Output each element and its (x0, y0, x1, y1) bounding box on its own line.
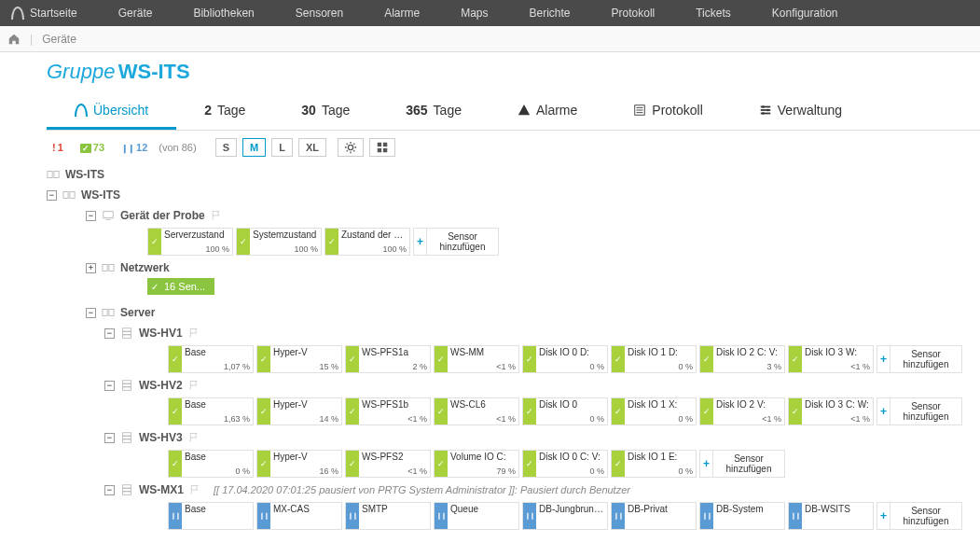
stat-ok[interactable]: 73 (75, 140, 110, 155)
nav-geraete[interactable]: Geräte (98, 7, 173, 20)
size-m-button[interactable]: M (242, 138, 266, 157)
sensor-name: DB-System (716, 504, 781, 514)
svg-rect-35 (123, 488, 131, 492)
sensor-tile[interactable]: Disk IO 2 C: V:3 % (699, 345, 785, 373)
size-xl-button[interactable]: XL (298, 138, 326, 157)
sensor-tile[interactable]: Hyper-V15 % (256, 345, 342, 373)
settings-button[interactable] (338, 138, 364, 157)
checkmark-icon (169, 346, 182, 372)
sensor-tile[interactable]: DB-System (699, 502, 785, 530)
add-sensor-button[interactable]: Sensorhinzufügen (876, 397, 962, 425)
collapse-icon[interactable]: − (47, 190, 57, 201)
sensor-tile[interactable]: Hyper-V16 % (256, 450, 342, 478)
flag-icon[interactable] (188, 380, 200, 391)
sensor-tile[interactable]: WS-PFS1a2 % (345, 345, 431, 373)
flag-icon[interactable] (188, 327, 200, 339)
sensor-tile[interactable]: Disk IO 0 D:0 % (522, 345, 608, 373)
breadcrumb-geraete[interactable]: Geräte (42, 33, 76, 46)
collapse-icon[interactable]: − (104, 485, 115, 495)
sensor-tile[interactable]: Hyper-V14 % (256, 397, 342, 425)
add-sensor-button[interactable]: Sensorhinzufügen (876, 502, 962, 530)
sensor-tile[interactable]: Disk IO 2 V:<1 % (699, 397, 785, 425)
device-probe[interactable]: − Gerät der Probe (47, 205, 980, 226)
device-ws-mx1[interactable]: − WS-MX1 [[ 17.04.2020 07:01:25 pausiert… (47, 480, 980, 500)
sensor-tile[interactable]: SMTP (345, 502, 431, 530)
collapse-icon[interactable]: − (104, 433, 115, 443)
add-sensor-button[interactable]: Sensorhinzufügen (699, 450, 785, 478)
sensor-tile[interactable]: WS-PFS1b<1 % (345, 397, 431, 425)
device-ws-hv2[interactable]: − WS-HV2 (47, 375, 980, 396)
sensor-name: Base (185, 399, 250, 410)
sensor-name: Disk IO 0 D: (539, 347, 604, 357)
sensor-tile[interactable]: Queue (434, 502, 519, 530)
grid-view-button[interactable] (369, 138, 395, 157)
tab-alarme[interactable]: Alarme (490, 95, 605, 130)
sensor-tile[interactable]: Zustand der Pr...100 % (324, 228, 410, 256)
flag-icon[interactable] (189, 484, 200, 495)
checkmark-icon (325, 229, 338, 255)
add-sensor-button[interactable]: Sensorhinzufügen (876, 345, 962, 373)
stat-alert[interactable]: 1 (47, 140, 69, 155)
sensor-tile[interactable]: Disk IO 3 C: W:<1 % (788, 397, 874, 425)
sensor-tile[interactable]: Disk IO 1 X:0 % (611, 397, 697, 425)
sensor-tile[interactable]: Disk IO 3 W:<1 % (788, 345, 874, 373)
stat-paused[interactable]: 12 (116, 140, 153, 155)
expand-icon[interactable]: + (86, 263, 96, 273)
nav-startseite[interactable]: Startseite (11, 7, 98, 20)
sensor-tile[interactable]: Serverzustand100 % (147, 228, 233, 256)
group-server[interactable]: − Server (47, 302, 980, 323)
sensor-tile[interactable]: DB-Privat (611, 502, 697, 530)
sensor-tile[interactable]: Base1,07 % (168, 345, 254, 373)
tab-365-tage[interactable]: 365Tage (378, 95, 490, 130)
tab-30-tage[interactable]: 30Tage (273, 95, 378, 130)
size-l-button[interactable]: L (271, 138, 293, 157)
size-s-button[interactable]: S (215, 138, 237, 157)
sensor-tile[interactable]: MX-CAS (256, 502, 342, 530)
nav-alarme[interactable]: Alarme (364, 7, 440, 20)
sensor-tile[interactable]: Base0 % (168, 450, 254, 478)
collapse-icon[interactable]: − (86, 308, 96, 318)
tab-protokoll[interactable]: Protokoll (605, 95, 730, 130)
sensor-tile[interactable]: Volume IO C:79 % (434, 450, 519, 478)
nav-konfiguration[interactable]: Konfiguration (752, 7, 859, 20)
nav-protokoll[interactable]: Protokoll (591, 7, 676, 20)
tab-2-tage[interactable]: 2Tage (176, 95, 273, 130)
sensor-tile[interactable]: DB-WSITS (788, 502, 874, 530)
collapse-icon[interactable]: − (104, 381, 115, 391)
collapse-icon[interactable]: − (86, 211, 96, 221)
sensor-value: <1 % (716, 414, 781, 424)
tab-uebersicht[interactable]: Übersicht (47, 95, 176, 130)
nav-bibliotheken[interactable]: Bibliotheken (173, 7, 274, 20)
flag-icon[interactable] (188, 432, 200, 443)
nav-sensoren[interactable]: Sensoren (275, 7, 364, 20)
sensor-tile[interactable]: Base (168, 502, 254, 530)
group-ws-its[interactable]: − WS-ITS (47, 185, 980, 205)
sensor-tile[interactable]: WS-CL6<1 % (434, 397, 519, 425)
nav-berichte[interactable]: Berichte (509, 7, 591, 20)
tab-verwaltung[interactable]: Verwaltung (731, 95, 870, 130)
nav-tickets[interactable]: Tickets (675, 7, 752, 20)
sensor-tile[interactable]: WS-MM<1 % (434, 345, 519, 373)
sensor-name: Base (185, 347, 250, 357)
sensor-tile[interactable]: Disk IO 1 D:0 % (611, 345, 697, 373)
sensor-name: Volume IO C: (450, 452, 516, 462)
device-ws-hv1[interactable]: − WS-HV1 (47, 323, 980, 343)
checkmark-icon (237, 229, 250, 255)
add-sensor-button[interactable]: Sensorhinzufügen (413, 228, 499, 256)
netzwerk-summary-sensor[interactable]: 16 Sen... (147, 278, 214, 295)
group-netzwerk[interactable]: + Netzwerk (47, 258, 980, 278)
flag-icon[interactable] (211, 210, 222, 221)
sensor-tile[interactable]: Base1,63 % (168, 397, 254, 425)
collapse-icon[interactable]: − (104, 328, 115, 339)
device-ws-hv3[interactable]: − WS-HV3 (47, 427, 980, 448)
sensor-tile[interactable]: Disk IO 0 C: V:0 % (522, 450, 608, 478)
home-icon[interactable] (7, 33, 21, 46)
device-annotation: [[ 17.04.2020 07:01:25 pausiert von PRTG… (214, 484, 630, 495)
sensor-tile[interactable]: Systemzustand100 % (236, 228, 322, 256)
nav-maps[interactable]: Maps (440, 7, 508, 20)
sensor-tile[interactable]: DB-Jungbrunn... (522, 502, 608, 530)
sensor-tile[interactable]: WS-PFS2<1 % (345, 450, 431, 478)
sensor-tile[interactable]: Disk IO 1 E:0 % (611, 450, 697, 478)
sensor-tile[interactable]: Disk IO 00 % (522, 397, 608, 425)
root-node[interactable]: WS-ITS (47, 164, 980, 185)
